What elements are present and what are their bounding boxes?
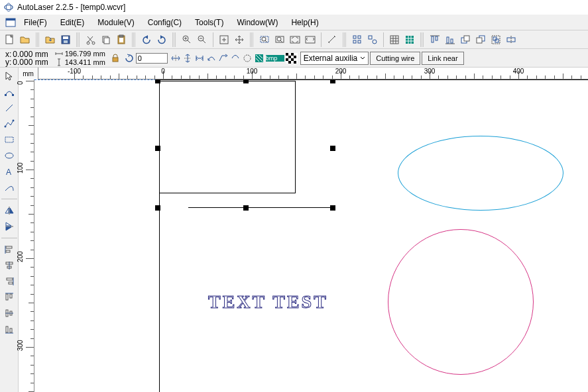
menu-window[interactable]: Window(W) [230, 16, 284, 29]
open-button[interactable] [18, 32, 32, 47]
grid-3x3-button[interactable] [387, 32, 402, 47]
separator [36, 32, 40, 47]
pan-button[interactable] [232, 32, 247, 47]
zoom-out-button[interactable] [195, 32, 209, 47]
optimize-button[interactable] [242, 53, 253, 64]
shape-rectangle[interactable] [159, 81, 296, 193]
shape-line[interactable] [188, 207, 331, 208]
align-bottom-button[interactable] [443, 32, 457, 47]
menu-edit[interactable]: Edit(E) [54, 16, 91, 29]
shape-text[interactable]: TEXT TEST [208, 291, 328, 313]
svg-rect-33 [436, 36, 438, 40]
svg-point-61 [5, 153, 13, 158]
mirror-v-tool[interactable] [2, 219, 17, 234]
mirror-v-button[interactable] [182, 53, 193, 64]
measure-button[interactable] [325, 32, 339, 47]
svg-rect-53 [291, 58, 294, 61]
mirror-h-tool[interactable] [2, 203, 17, 218]
paste-button[interactable] [114, 32, 129, 47]
group-button[interactable] [489, 32, 503, 47]
save-button[interactable] [58, 32, 73, 47]
lock-aspect-button[interactable] [109, 51, 121, 66]
copy-button[interactable] [99, 32, 113, 47]
separator [343, 32, 347, 47]
align-left-tool[interactable] [2, 242, 17, 257]
svg-rect-22 [290, 36, 300, 43]
line-type-dropdown[interactable]: External auxilia [300, 52, 369, 65]
ruler-vertical: 0100200300 [19, 79, 34, 392]
svg-rect-30 [390, 36, 398, 44]
cut-button[interactable] [84, 32, 98, 47]
window-title: AutoLaser 2.2.5 - [temp0.wcvr] [17, 3, 125, 12]
line-tool[interactable] [2, 101, 17, 115]
rectangle-tool[interactable] [2, 132, 17, 147]
selection-handle[interactable] [330, 146, 335, 151]
rotate-input[interactable] [136, 53, 168, 64]
ellipse-tool[interactable] [2, 148, 17, 163]
offset-button[interactable] [230, 53, 241, 64]
distribute-h-button[interactable] [194, 53, 205, 64]
dither-button[interactable] [286, 53, 298, 64]
align-center-v-tool[interactable] [2, 306, 17, 320]
height-value: 143.411 mm [65, 58, 105, 67]
mirror-h-button[interactable] [170, 53, 181, 64]
width-value: 196.799 mm [65, 50, 105, 58]
ruler-tick-label: 0 [161, 68, 165, 75]
redo-button[interactable] [154, 32, 169, 47]
bmp-button[interactable]: bmp [266, 55, 284, 62]
rotate-button[interactable] [124, 53, 135, 64]
invert-button[interactable] [254, 53, 265, 64]
align-right-tool[interactable] [2, 274, 17, 289]
to-back-button[interactable] [473, 32, 488, 47]
zoom-in-button[interactable] [180, 32, 194, 47]
array-circ-button[interactable] [365, 32, 380, 47]
menu-file[interactable]: File(F) [17, 16, 54, 29]
selection-handle[interactable] [243, 205, 249, 211]
zoom-sel-button[interactable] [257, 32, 272, 47]
svg-rect-44 [113, 58, 118, 62]
canvas[interactable]: TEXT TEST [34, 79, 588, 392]
svg-point-59 [12, 120, 14, 122]
menu-module[interactable]: Module(V) [91, 16, 141, 29]
to-front-button[interactable] [458, 32, 473, 47]
leadline-button[interactable] [218, 53, 229, 64]
selection-handle[interactable] [330, 205, 335, 211]
text-tool[interactable]: A [2, 164, 17, 179]
undo-button[interactable] [139, 32, 154, 47]
link-near-button[interactable]: Link near [422, 52, 463, 65]
svg-rect-49 [291, 53, 294, 56]
node-edit-tool[interactable] [2, 85, 17, 99]
y-value: 0.000 mm [13, 58, 48, 66]
flip-path-button[interactable] [206, 53, 217, 64]
separator [132, 32, 136, 47]
cutting-wire-button[interactable]: Cutting wire [370, 52, 420, 65]
center-align-button[interactable] [504, 32, 518, 47]
selection-handle[interactable] [155, 146, 160, 151]
align-bottom-tool[interactable] [2, 322, 17, 336]
align-center-h-tool[interactable] [2, 258, 17, 273]
zoom-page-button[interactable] [303, 32, 318, 47]
menu-help[interactable]: Help(H) [284, 16, 325, 29]
shape-ellipse-blue[interactable] [398, 136, 563, 211]
grid-fill-button[interactable] [402, 32, 417, 47]
select-tool[interactable] [2, 69, 17, 83]
array-rect-button[interactable] [350, 32, 365, 47]
selection-handle[interactable] [155, 205, 160, 211]
import-button[interactable] [43, 32, 58, 47]
new-button[interactable] [3, 32, 17, 47]
menu-config[interactable]: Config(C) [141, 16, 188, 29]
align-top-tool[interactable] [2, 290, 17, 305]
app-menu-icon[interactable] [5, 17, 16, 28]
separator [321, 32, 322, 47]
shape-ellipse-pink[interactable] [388, 229, 534, 375]
svg-point-29 [373, 40, 377, 44]
zoom-extents-button[interactable] [288, 32, 302, 47]
align-top-button[interactable] [428, 32, 442, 47]
menu-tools[interactable]: Tools(T) [188, 16, 230, 29]
bezier-tool[interactable] [2, 180, 17, 195]
ruler-tick-label: -100 [68, 68, 81, 75]
zoom-fit-button[interactable] [217, 32, 231, 47]
polyline-tool[interactable] [2, 117, 17, 131]
svg-rect-28 [369, 36, 372, 39]
zoom-all-button[interactable] [272, 32, 287, 47]
